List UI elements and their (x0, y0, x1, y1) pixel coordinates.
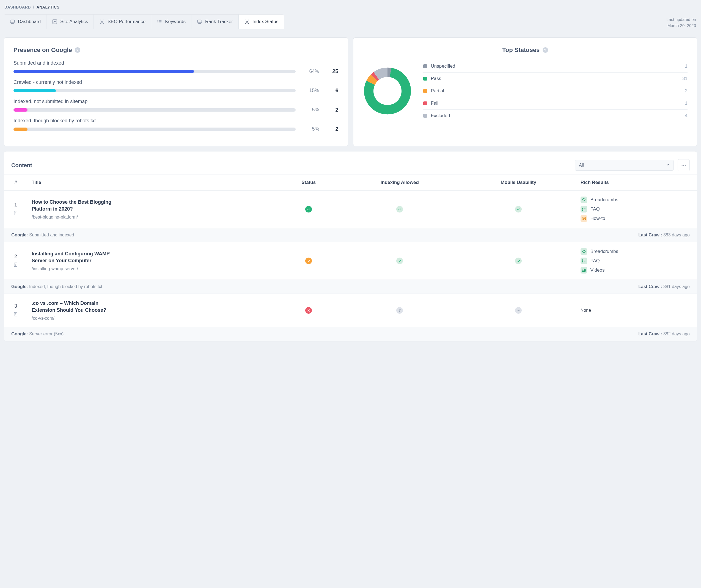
last-updated-line1: Last updated on (666, 16, 696, 23)
chart-icon (52, 19, 57, 24)
google-label: Google: (11, 233, 28, 237)
svg-point-3 (101, 21, 103, 23)
google-status: Server error (5xx) (29, 331, 63, 336)
presence-row: Crawled - currently not indexed 15% 6 (13, 79, 338, 94)
svg-point-32 (583, 218, 583, 219)
scan-icon (244, 19, 250, 24)
tab-site-analytics[interactable]: Site Analytics (46, 14, 94, 29)
svg-rect-0 (10, 20, 15, 23)
status-legend: Unspecified 1 Pass 31 Partial 2 Fail 1 E… (423, 60, 688, 122)
image-icon (580, 215, 587, 222)
statuses-card: Top Statuses ? Unspecified 1 Pass 31 Par… (353, 37, 697, 146)
svg-rect-10 (198, 20, 202, 23)
diamond-icon (580, 248, 587, 255)
list-icon (157, 19, 162, 24)
table-subrow: Google: Submitted and indexed Last Crawl… (4, 228, 697, 242)
breadcrumb-root[interactable]: DASHBOARD (4, 5, 31, 9)
presence-row-value: 2 (327, 107, 338, 113)
svg-point-21 (685, 165, 686, 166)
tab-keywords[interactable]: Keywords (151, 14, 191, 29)
table-row[interactable]: 2 Installing and Configuring WAMP Server… (4, 242, 697, 280)
monitor-icon (10, 19, 15, 24)
table-row[interactable]: 1 How to Choose the Best Blogging Platfo… (4, 191, 697, 228)
table-row[interactable]: 3 .co vs .com – Which Domain Extension S… (4, 294, 697, 327)
legend-swatch (423, 64, 427, 68)
tab-index-status[interactable]: Index Status (238, 14, 284, 29)
legend-swatch (423, 77, 427, 80)
last-crawl-value: 382 days ago (663, 331, 690, 336)
tab-seo-performance[interactable]: SEO Performance (93, 14, 151, 29)
svg-point-19 (682, 165, 683, 166)
help-icon[interactable]: ? (75, 47, 80, 53)
legend-value: 4 (685, 113, 688, 118)
google-label: Google: (11, 331, 28, 336)
legend-label: Unspecified (431, 63, 681, 69)
presence-row-value: 6 (327, 87, 338, 94)
legend-swatch (423, 89, 427, 93)
svg-point-4 (158, 20, 159, 21)
legend-label: Pass (431, 76, 679, 81)
presence-row: Submitted and indexed 64% 25 (13, 60, 338, 74)
check-icon (305, 206, 312, 213)
google-label: Google: (11, 284, 28, 289)
help-icon[interactable]: ? (542, 47, 548, 53)
content-filter-select[interactable]: All (575, 160, 674, 171)
presence-row-label: Crawled - currently not indexed (13, 79, 338, 85)
table-subrow: Google: Server error (5xx) Last Crawl: 3… (4, 327, 697, 341)
scan-icon (99, 19, 105, 24)
row-title[interactable]: How to Choose the Best Blogging Platform… (32, 199, 120, 213)
tab-label: Rank Tracker (205, 19, 233, 24)
presence-row: Indexed, though blocked by robots.txt 5%… (13, 118, 338, 132)
row-title[interactable]: Installing and Configuring WAMP Server o… (32, 250, 120, 264)
presence-row-pct: 5% (304, 107, 319, 113)
svg-rect-37 (582, 250, 585, 253)
svg-rect-39 (582, 261, 583, 262)
presence-card: Presence on Google ? Submitted and index… (4, 37, 348, 146)
progress-bar (13, 89, 296, 92)
check-icon (305, 258, 312, 264)
tab-label: Dashboard (18, 19, 41, 24)
row-index: 3 (9, 303, 23, 309)
last-crawl-label: Last Crawl: (638, 284, 662, 289)
legend-row: Excluded 4 (423, 110, 688, 122)
tab-label: SEO Performance (107, 19, 146, 24)
legend-swatch (423, 114, 427, 118)
content-title: Content (11, 162, 32, 169)
col-mobile: Mobile Usability (461, 175, 576, 191)
rich-result-item: Breadcrumbs (580, 197, 692, 203)
list-icon (580, 206, 587, 213)
presence-row-label: Indexed, though blocked by robots.txt (13, 118, 338, 124)
legend-row: Pass 31 (423, 72, 688, 85)
check-icon (515, 258, 522, 264)
svg-point-5 (158, 21, 159, 22)
check-icon (515, 206, 522, 213)
progress-bar (13, 127, 296, 131)
legend-row: Unspecified 1 (423, 60, 688, 72)
presence-row-value: 2 (327, 126, 338, 132)
legend-swatch (423, 101, 427, 105)
last-updated-line2: March 20, 2023 (666, 23, 696, 29)
tab-bar: DashboardSite AnalyticsSEO PerformanceKe… (4, 14, 284, 29)
last-crawl-label: Last Crawl: (638, 331, 662, 336)
document-icon (9, 312, 23, 318)
col-rich: Rich Results (576, 175, 697, 191)
rich-result-label: How-to (591, 216, 605, 221)
google-status: Indexed, though blocked by robots.txt (29, 284, 102, 289)
row-slug: /installing-wamp-server/ (32, 266, 274, 271)
more-actions-button[interactable] (678, 159, 690, 171)
row-index: 2 (9, 254, 23, 260)
chevron-down-icon (666, 163, 670, 168)
row-title[interactable]: .co vs .com – Which Domain Extension Sho… (32, 300, 120, 314)
col-idx: # (4, 175, 27, 191)
tab-rank-tracker[interactable]: Rank Tracker (191, 14, 239, 29)
rich-result-item: FAQ (580, 258, 692, 264)
svg-point-12 (246, 21, 247, 23)
statuses-title: Top Statuses (502, 46, 540, 54)
legend-value: 1 (685, 63, 688, 69)
legend-value: 1 (685, 100, 688, 106)
col-indexing: Indexing Allowed (338, 175, 461, 191)
legend-value: 31 (682, 76, 688, 81)
rich-result-label: FAQ (591, 258, 600, 264)
tab-dashboard[interactable]: Dashboard (4, 14, 46, 29)
question-icon: ? (396, 307, 403, 314)
